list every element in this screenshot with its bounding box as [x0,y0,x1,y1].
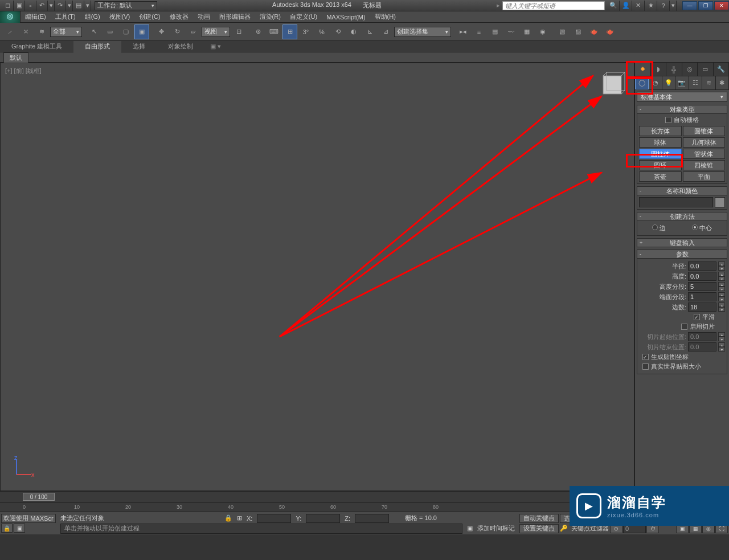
smooth-check[interactable] [694,314,700,320]
render-prod-icon[interactable]: 🫖 [603,24,617,39]
signin-icon[interactable]: 👤 [620,1,632,11]
edge-constraint-icon[interactable]: ◐ [346,24,361,39]
tab-display[interactable]: ▭ [698,63,714,76]
save-icon[interactable]: ▫ [25,1,36,11]
realworld-check[interactable] [642,363,649,370]
tab-create[interactable]: ✹ [635,63,651,76]
material-icon[interactable]: ◉ [535,24,550,39]
select-region-icon[interactable]: ▢ [118,24,133,39]
pivot-icon[interactable]: ⊡ [231,24,246,39]
rollout-method-head[interactable]: -创建方法 [637,212,727,221]
window-crossing-icon[interactable]: ▣ [134,24,149,39]
render-frame-icon[interactable]: ▨ [571,24,585,39]
ribbon-freeform[interactable]: 自由形式 [73,41,121,52]
sel-lock-icon[interactable]: 🔒 [224,514,232,522]
obj-cylinder[interactable]: 圆柱体 [639,149,682,159]
height-spinner[interactable]: 0.0 [688,272,716,281]
rotate-icon[interactable]: ↻ [170,24,185,39]
menu-grapheditor[interactable]: 图形编辑器 [215,11,255,23]
obj-box[interactable]: 长方体 [639,126,682,136]
isolate-icon[interactable]: ▣ [14,524,25,533]
abs-rel-icon[interactable]: ⊞ [237,514,242,522]
ribbon-collapse-icon[interactable]: ▣ ▾ [210,43,221,50]
sub-helpers[interactable]: ☷ [689,76,702,89]
method-center-radio[interactable] [692,224,698,230]
redo-drop-icon[interactable]: ▾ [66,1,73,11]
slice-check[interactable] [681,324,687,330]
ortho-icon[interactable]: ⊾ [362,24,377,39]
z-input[interactable] [355,514,389,523]
mirror-icon[interactable]: ▸◂ [456,24,470,39]
obj-tube[interactable]: 管状体 [683,149,726,159]
sub-lights[interactable]: 💡 [662,76,675,89]
viewcube[interactable] [595,68,629,102]
ribbon-graphite[interactable]: Graphite 建模工具 [0,41,73,52]
obj-sphere[interactable]: 球体 [639,137,682,148]
workspace-combo[interactable]: 工作台: 默认 [95,1,157,10]
sub-geometry[interactable]: ◯ [635,76,649,89]
menu-group[interactable]: 组(G) [80,11,105,23]
select-icon[interactable]: ↖ [87,24,101,39]
key-icon[interactable]: 🔑 [560,525,568,532]
spinner-snap-icon[interactable]: ⟲ [330,24,345,39]
menu-anim[interactable]: 动画 [193,11,215,23]
minimize-button[interactable]: — [682,1,697,10]
menu-render[interactable]: 渲染(R) [255,11,285,23]
addtime-label[interactable]: 添加时间标记 [477,524,515,533]
bind-spacewrap-icon[interactable]: ≋ [34,24,49,39]
help-icon[interactable]: ? [657,1,670,11]
radius-spin-icon[interactable]: ▴▾ [718,261,725,271]
scale-icon[interactable]: ▱ [186,24,200,39]
rollout-namecolor-head[interactable]: -名称和颜色 [637,186,727,195]
menu-edit[interactable]: 编辑(E) [21,11,51,23]
named-selset-combo[interactable]: 创建选择集 [394,27,451,37]
sub-shapes[interactable]: ◔ [649,76,662,89]
radius-spinner[interactable]: 0.0 [688,261,716,271]
ref-coord-combo[interactable]: 视图 [202,27,230,37]
obj-plane[interactable]: 平面 [683,171,726,182]
method-edge-radio[interactable] [652,224,658,230]
sides-spinner[interactable]: 18 [688,303,716,312]
select-name-icon[interactable]: ▭ [103,24,117,39]
open-icon[interactable]: ▣ [14,1,25,11]
sides-spin-icon[interactable]: ▴▾ [718,303,725,312]
redo-icon[interactable]: ↷ [55,1,66,11]
render-setup-icon[interactable]: ▧ [555,24,570,39]
sub-cameras[interactable]: 📷 [675,76,689,89]
rollout-kbd-head[interactable]: +键盘输入 [637,238,727,247]
move-icon[interactable]: ✥ [154,24,169,39]
obj-torus[interactable]: 圆环 [639,160,682,170]
undo-icon[interactable]: ↶ [36,1,48,11]
autogrid-check[interactable] [665,117,671,123]
cseg-spinner[interactable]: 1 [688,292,716,301]
autokey-button[interactable]: 自动关键点 [519,514,559,523]
obj-geosphere[interactable]: 几何球体 [683,137,726,148]
x-input[interactable] [257,514,291,523]
unlink-icon[interactable]: ⤫ [18,24,33,39]
menu-maxscript[interactable]: MAXScript(M) [322,11,370,23]
tab-modify[interactable]: ◗ [651,63,667,76]
time-slider[interactable]: 0 / 100 [23,493,55,501]
gencoords-check[interactable] [642,354,649,360]
obj-pyramid[interactable]: 四棱锥 [683,160,726,170]
undo-drop-icon[interactable]: ▾ [48,1,55,11]
y-input[interactable] [306,514,340,523]
keyboardshort-icon[interactable]: ⌨ [267,24,281,39]
menu-help[interactable]: 帮助(H) [370,11,400,23]
help-drop-icon[interactable]: ▾ [670,1,677,11]
exchange-icon[interactable]: ✕ [632,1,645,11]
align-icon[interactable]: ≡ [472,24,486,39]
favorite-icon[interactable]: ★ [645,1,657,11]
snap-toggle-icon[interactable]: ⊞ [282,24,297,39]
layers-icon[interactable]: ▤ [488,24,502,39]
menu-customize[interactable]: 自定义(U) [285,11,322,23]
viewport[interactable]: [+] [前] [线框] z x [0,63,634,491]
category-combo[interactable]: 标准基本体 [637,92,727,102]
render-icon[interactable]: 🫖 [587,24,601,39]
cseg-spin-icon[interactable]: ▴▾ [718,292,725,301]
height-spin-icon[interactable]: ▴▾ [718,272,725,281]
hseg-spin-icon[interactable]: ▴▾ [718,282,725,291]
project-icon[interactable]: ▤ [73,1,84,11]
selection-filter[interactable]: 全部 [50,27,82,37]
percent-snap-icon[interactable]: % [314,24,329,39]
